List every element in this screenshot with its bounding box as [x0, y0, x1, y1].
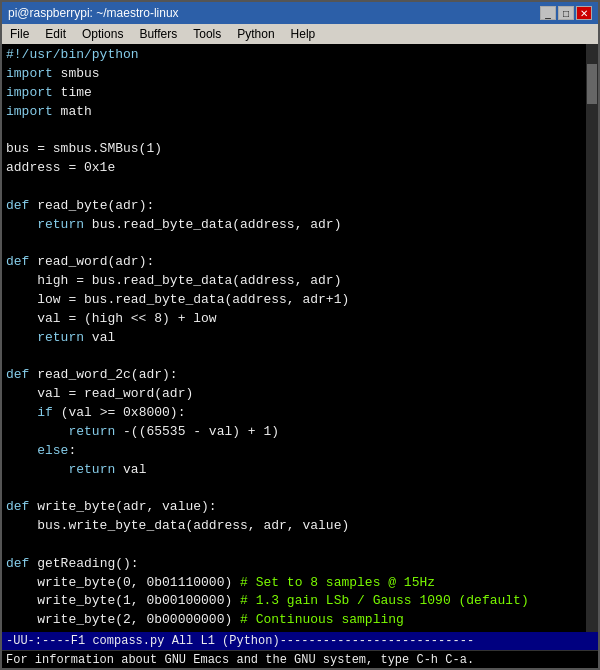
scrollbar-thumb[interactable] [587, 64, 597, 104]
menu-item-buffers[interactable]: Buffers [135, 27, 181, 41]
scrollbar[interactable] [586, 44, 598, 632]
minimize-button[interactable]: _ [540, 6, 556, 20]
menu-item-tools[interactable]: Tools [189, 27, 225, 41]
status-bar: -UU-:----F1 compass.py All L1 (Python)--… [2, 632, 598, 650]
info-text: For information about GNU Emacs and the … [6, 653, 474, 667]
code-editor[interactable]: #!/usr/bin/python import smbus import ti… [2, 44, 586, 632]
status-text: -UU-:----F1 compass.py All L1 (Python)--… [6, 634, 594, 648]
menu-item-python[interactable]: Python [233, 27, 278, 41]
menu-item-edit[interactable]: Edit [41, 27, 70, 41]
menu-item-help[interactable]: Help [287, 27, 320, 41]
menu-item-file[interactable]: File [6, 27, 33, 41]
main-window: pi@raspberrypi: ~/maestro-linux _ □ ✕ Fi… [0, 0, 600, 670]
info-bar: For information about GNU Emacs and the … [2, 650, 598, 668]
editor-area[interactable]: #!/usr/bin/python import smbus import ti… [2, 44, 598, 632]
menu-bar: FileEditOptionsBuffersToolsPythonHelp [2, 24, 598, 44]
maximize-button[interactable]: □ [558, 6, 574, 20]
menu-item-options[interactable]: Options [78, 27, 127, 41]
close-button[interactable]: ✕ [576, 6, 592, 20]
title-bar: pi@raspberrypi: ~/maestro-linux _ □ ✕ [2, 2, 598, 24]
window-title: pi@raspberrypi: ~/maestro-linux [8, 6, 179, 20]
window-controls: _ □ ✕ [540, 6, 592, 20]
